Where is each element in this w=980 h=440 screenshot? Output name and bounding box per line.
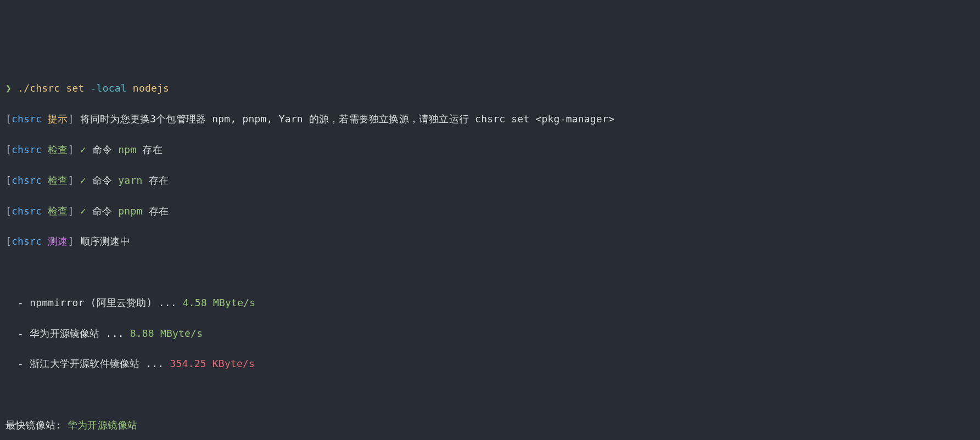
blank-line (5, 387, 975, 402)
tag-name: chsrc (12, 113, 42, 125)
mirror-speed: 4.58 MByte/s (183, 297, 255, 308)
check-line-yarn: [chsrc 检查] ✓ 命令 yarn 存在 (5, 173, 975, 188)
command-subcommand: set (66, 82, 84, 94)
hint-label: 提示 (48, 113, 68, 125)
check-label: 检查 (48, 144, 68, 155)
fastest-line: 最快镜像站: 华为开源镜像站 (5, 418, 975, 433)
pkg-name: yarn (118, 174, 142, 186)
mirror-name: 浙江大学开源软件镜像站 ... (30, 358, 170, 369)
pkg-name: npm (118, 144, 136, 155)
mirror-row: - 浙江大学开源软件镜像站 ... 354.25 KByte/s (5, 356, 975, 371)
command-arg: nodejs (133, 82, 169, 94)
pkg-name: pnpm (118, 205, 142, 217)
command-binary: ./chsrc (18, 82, 60, 94)
mirror-speed: 354.25 KByte/s (170, 358, 255, 369)
command-line[interactable]: ❯ ./chsrc set -local nodejs (5, 81, 975, 96)
mirror-name: npmmirror (阿里云赞助) ... (30, 297, 183, 308)
check-line-pnpm: [chsrc 检查] ✓ 命令 pnpm 存在 (5, 204, 975, 219)
mirror-speed: 8.88 MByte/s (130, 328, 203, 339)
check-icon: ✓ (80, 144, 86, 155)
mirror-name: 华为开源镜像站 ... (30, 328, 130, 339)
check-icon: ✓ (80, 174, 86, 186)
speed-label: 测速 (48, 235, 68, 247)
prompt-symbol: ❯ (5, 82, 12, 94)
check-line-npm: [chsrc 检查] ✓ 命令 npm 存在 (5, 142, 975, 157)
blank-line (5, 264, 975, 280)
fastest-mirror-value: 华为开源镜像站 (68, 419, 137, 431)
check-icon: ✓ (80, 205, 86, 217)
command-flag: -local (91, 82, 127, 94)
speed-header-line: [chsrc 测速] 顺序测速中 (5, 234, 975, 249)
mirror-row: - 华为开源镜像站 ... 8.88 MByte/s (5, 326, 975, 341)
hint-line: [chsrc 提示] 将同时为您更换3个包管理器 npm, pnpm, Yarn… (5, 111, 975, 127)
terminal-output: ❯ ./chsrc set -local nodejs [chsrc 提示] 将… (5, 66, 975, 440)
mirror-row: - npmmirror (阿里云赞助) ... 4.58 MByte/s (5, 295, 975, 311)
